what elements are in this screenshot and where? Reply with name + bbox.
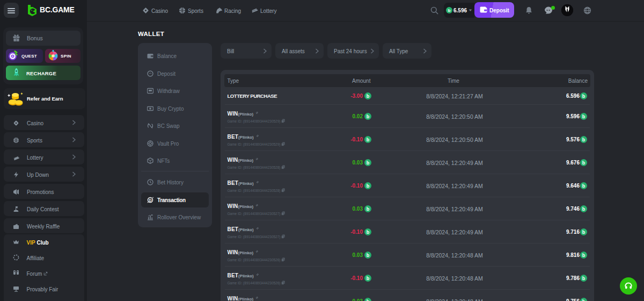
- svg-text:b: b: [582, 276, 586, 281]
- svg-text:b: b: [582, 183, 586, 189]
- svg-text:b: b: [582, 299, 586, 301]
- svg-text:b: b: [582, 160, 586, 166]
- svg-text:b: b: [582, 137, 586, 142]
- svg-text:b: b: [448, 8, 451, 13]
- svg-text:b: b: [582, 114, 586, 119]
- svg-text:b: b: [582, 206, 586, 212]
- svg-text:b: b: [582, 230, 586, 235]
- svg-text:b: b: [582, 94, 586, 99]
- svg-text:b: b: [582, 253, 586, 258]
- svg-text:D: D: [149, 198, 151, 202]
